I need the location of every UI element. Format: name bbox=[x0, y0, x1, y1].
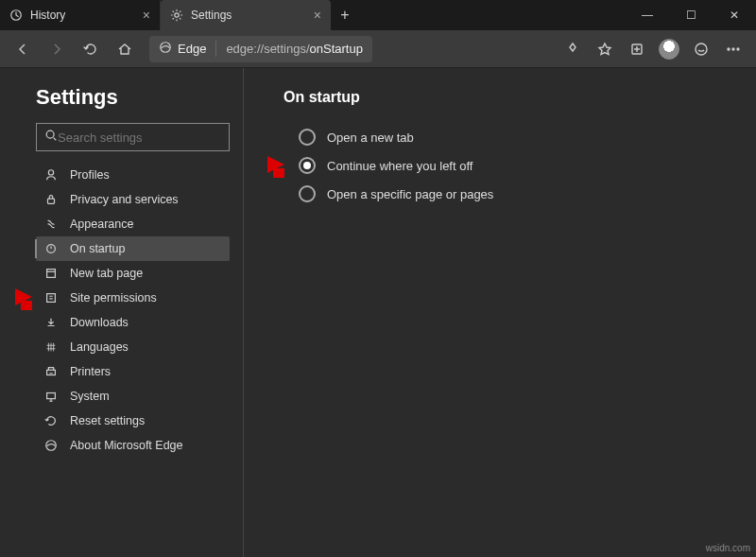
edge-icon bbox=[43, 438, 59, 453]
home-button[interactable] bbox=[110, 34, 140, 64]
avatar-icon bbox=[659, 39, 679, 60]
tab-settings[interactable]: Settings × bbox=[161, 0, 331, 30]
svg-rect-13 bbox=[47, 294, 56, 303]
power-icon bbox=[43, 241, 59, 256]
brush-icon bbox=[43, 217, 59, 232]
toolbar: Edge edge://settings/onStartup bbox=[0, 30, 756, 68]
radio-icon[interactable] bbox=[299, 129, 316, 146]
lock-icon bbox=[43, 192, 59, 207]
site-identity[interactable]: Edge bbox=[149, 41, 216, 57]
back-button[interactable] bbox=[8, 34, 38, 64]
main-panel: On startup Open a new tabContinue where … bbox=[244, 68, 756, 557]
system-icon bbox=[43, 389, 59, 404]
sidebar-item-appearance[interactable]: Appearance bbox=[36, 212, 230, 236]
edge-label: Edge bbox=[178, 42, 206, 56]
read-aloud-icon[interactable] bbox=[558, 34, 588, 64]
svg-point-4 bbox=[696, 44, 707, 55]
search-input[interactable] bbox=[58, 131, 221, 145]
sidebar-item-label: Languages bbox=[70, 340, 129, 354]
permissions-icon bbox=[43, 290, 59, 305]
sidebar-item-reset-settings[interactable]: Reset settings bbox=[36, 409, 230, 433]
profile-button[interactable] bbox=[654, 34, 684, 64]
feedback-button[interactable] bbox=[686, 34, 716, 64]
sidebar-item-system[interactable]: System bbox=[36, 384, 230, 409]
window-controls: — ☐ ✕ bbox=[626, 0, 756, 30]
svg-rect-10 bbox=[48, 199, 55, 203]
forward-button[interactable] bbox=[42, 34, 72, 64]
maximize-button[interactable]: ☐ bbox=[669, 0, 713, 30]
download-icon bbox=[43, 315, 59, 330]
language-icon bbox=[43, 339, 59, 355]
search-settings-box[interactable] bbox=[36, 123, 230, 151]
sidebar-item-privacy[interactable]: Privacy and services bbox=[36, 187, 230, 212]
reset-icon bbox=[43, 413, 59, 428]
svg-rect-14 bbox=[47, 370, 56, 374]
sidebar-item-site-permissions[interactable]: Site permissions bbox=[36, 286, 230, 310]
svg-point-6 bbox=[732, 48, 734, 50]
tab-icon bbox=[43, 266, 59, 281]
svg-point-9 bbox=[48, 170, 53, 175]
sidebar-item-profiles[interactable]: Profiles bbox=[36, 163, 230, 187]
svg-rect-12 bbox=[47, 270, 56, 278]
annotation-arrow-sidebar bbox=[15, 288, 32, 305]
sidebar-item-label: Reset settings bbox=[70, 414, 145, 427]
page-heading: On startup bbox=[284, 89, 728, 106]
edge-icon bbox=[159, 41, 172, 57]
minimize-button[interactable]: — bbox=[626, 0, 669, 30]
close-icon[interactable]: × bbox=[314, 8, 321, 23]
tab-history[interactable]: History × bbox=[0, 0, 161, 30]
sidebar-item-label: Downloads bbox=[70, 316, 129, 329]
sidebar-item-about-edge[interactable]: About Microsoft Edge bbox=[36, 433, 230, 458]
sidebar-item-downloads[interactable]: Downloads bbox=[36, 310, 230, 335]
sidebar-item-label: On startup bbox=[70, 242, 125, 255]
sidebar-item-languages[interactable]: Languages bbox=[36, 335, 230, 359]
titlebar: History × Settings × + — ☐ ✕ bbox=[0, 0, 756, 30]
sidebar-item-label: New tab page bbox=[70, 267, 143, 280]
sidebar-item-label: Privacy and services bbox=[70, 193, 179, 206]
profile-icon bbox=[43, 167, 59, 183]
gear-icon bbox=[170, 9, 183, 22]
radio-icon[interactable] bbox=[299, 157, 316, 174]
sidebar-item-label: Profiles bbox=[70, 168, 110, 182]
radio-icon[interactable] bbox=[299, 185, 316, 202]
sidebar-item-label: Appearance bbox=[70, 218, 133, 231]
sidebar-item-on-startup[interactable]: On startup bbox=[36, 236, 230, 261]
option-label: Continue where you left off bbox=[327, 159, 472, 173]
refresh-button[interactable] bbox=[76, 34, 106, 64]
startup-option-1[interactable]: Continue where you left off bbox=[299, 151, 728, 180]
svg-point-7 bbox=[737, 48, 739, 50]
history-icon bbox=[9, 9, 23, 22]
address-bar[interactable]: Edge edge://settings/onStartup bbox=[149, 36, 372, 62]
startup-option-0[interactable]: Open a new tab bbox=[299, 123, 728, 151]
printer-icon bbox=[43, 364, 59, 379]
tab-label: History bbox=[30, 9, 65, 22]
favorite-button[interactable] bbox=[590, 34, 620, 64]
tab-label: Settings bbox=[191, 9, 232, 22]
option-label: Open a new tab bbox=[327, 131, 414, 145]
close-window-button[interactable]: ✕ bbox=[713, 0, 756, 30]
sidebar-item-label: About Microsoft Edge bbox=[70, 439, 183, 452]
sidebar-item-new-tab-page[interactable]: New tab page bbox=[36, 261, 230, 286]
sidebar-item-label: Printers bbox=[70, 365, 111, 378]
close-icon[interactable]: × bbox=[143, 8, 150, 23]
sidebar-title: Settings bbox=[36, 85, 230, 110]
new-tab-button[interactable]: + bbox=[331, 7, 359, 24]
menu-button[interactable] bbox=[718, 34, 748, 64]
search-icon bbox=[44, 129, 58, 146]
content-area: Settings ProfilesPrivacy and servicesApp… bbox=[0, 68, 756, 557]
watermark: wsidn.com bbox=[706, 543, 750, 553]
option-label: Open a specific page or pages bbox=[327, 187, 493, 201]
sidebar-item-label: System bbox=[70, 390, 110, 403]
svg-point-5 bbox=[728, 48, 730, 50]
annotation-arrow-option bbox=[267, 156, 284, 173]
svg-point-8 bbox=[46, 131, 54, 138]
url-text: edge://settings/onStartup bbox=[216, 42, 372, 56]
svg-rect-15 bbox=[47, 393, 56, 399]
collections-button[interactable] bbox=[622, 34, 652, 64]
settings-sidebar: Settings ProfilesPrivacy and servicesApp… bbox=[0, 68, 244, 557]
startup-option-2[interactable]: Open a specific page or pages bbox=[299, 180, 728, 208]
svg-point-1 bbox=[175, 13, 179, 17]
sidebar-item-printers[interactable]: Printers bbox=[36, 359, 230, 384]
sidebar-item-label: Site permissions bbox=[70, 291, 157, 305]
